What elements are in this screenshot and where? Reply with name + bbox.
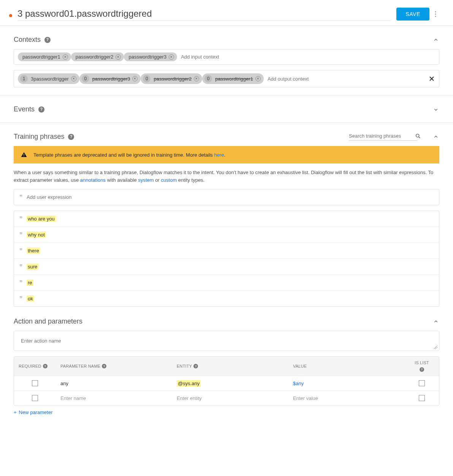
required-checkbox[interactable] (32, 380, 38, 386)
chip-lifespan[interactable]: 0 (143, 75, 150, 83)
training-phrase-row[interactable]: ❞who are you (14, 211, 439, 227)
training-description: When a user says something similar to a … (14, 167, 439, 189)
svg-point-1 (435, 13, 436, 14)
phrase-text[interactable]: sure (27, 263, 38, 270)
training-phrase-list: ❞who are you❞why not❞there❞sure❞re❞ok (14, 211, 439, 307)
context-chip[interactable]: 0passwordtrigger2✕ (141, 73, 202, 84)
add-user-expression-input[interactable] (27, 194, 434, 200)
param-name-cell[interactable]: Enter name (56, 391, 172, 405)
action-name-input[interactable] (15, 333, 438, 349)
quote-icon: ❞ (19, 263, 23, 270)
output-contexts-box[interactable]: 13passwordtrigger✕0passwordtrigger3✕0pas… (14, 70, 439, 87)
entity-cell[interactable]: Enter entity (172, 391, 288, 405)
add-output-context-input[interactable] (266, 75, 435, 83)
chip-lifespan[interactable]: 0 (204, 75, 212, 83)
annotations-link[interactable]: annotations (80, 177, 106, 183)
help-icon[interactable]: ? (193, 364, 198, 368)
search-input[interactable] (349, 133, 413, 139)
deprecation-warning: Template phrases are deprecated and will… (14, 146, 439, 163)
chip-label: 3passwordtrigger (31, 76, 69, 82)
training-phrase-row[interactable]: ❞sure (14, 259, 439, 274)
context-chip[interactable]: 0passwordtrigger3✕ (79, 73, 141, 84)
chevron-up-icon[interactable] (432, 133, 439, 140)
remove-chip-icon[interactable]: ✕ (194, 76, 199, 81)
col-required: REQUIRED (19, 364, 41, 368)
training-phrases-section: Training phrases ? Template phrases are … (0, 123, 453, 314)
entity-cell[interactable]: @sys.any (172, 376, 288, 390)
context-chip[interactable]: 0passwordtrigger1✕ (202, 73, 264, 84)
system-link[interactable]: system (138, 177, 154, 183)
input-contexts-box[interactable]: passwordtrigger1✕passwordtrigger2✕passwo… (14, 49, 439, 65)
resize-handle[interactable] (434, 345, 437, 349)
warning-icon (21, 151, 27, 158)
quote-icon: ❞ (19, 215, 23, 222)
col-value: VALUE (293, 364, 307, 368)
unsaved-indicator-dot (9, 14, 12, 17)
action-name-box[interactable] (14, 331, 439, 351)
intent-header: SAVE (0, 0, 453, 26)
context-chip[interactable]: 13passwordtrigger✕ (18, 73, 79, 84)
phrase-text[interactable]: re (27, 279, 33, 286)
remove-chip-icon[interactable]: ✕ (255, 76, 261, 81)
search-training-phrases[interactable] (349, 133, 417, 141)
quote-icon: ❞ (19, 247, 23, 254)
warning-link[interactable]: here (214, 152, 224, 158)
remove-chip-icon[interactable]: ✕ (71, 76, 76, 81)
custom-link[interactable]: custom (161, 177, 177, 183)
islist-checkbox[interactable] (419, 395, 425, 401)
phrase-text[interactable]: ok (27, 295, 34, 302)
chip-label: passwordtrigger2 (76, 54, 114, 60)
chip-lifespan[interactable]: 0 (82, 75, 89, 83)
svg-rect-5 (24, 156, 24, 157)
chip-label: passwordtrigger1 (22, 54, 60, 60)
remove-chip-icon[interactable]: ✕ (63, 54, 68, 60)
table-row[interactable]: Enter nameEnter entityEnter value (14, 390, 439, 405)
remove-chip-icon[interactable]: ✕ (132, 76, 138, 81)
chevron-down-icon[interactable] (432, 106, 439, 113)
help-icon[interactable]: ? (420, 367, 424, 372)
chevron-up-icon[interactable] (432, 36, 439, 43)
add-phrase-box[interactable]: ❞ (14, 189, 439, 205)
training-phrase-row[interactable]: ❞why not (14, 227, 439, 243)
training-title: Training phrases (14, 133, 64, 141)
chip-lifespan[interactable]: 1 (20, 75, 28, 83)
chip-label: passwordtrigger3 (92, 76, 130, 82)
chevron-up-icon[interactable] (432, 318, 439, 325)
clear-output-contexts-button[interactable] (429, 76, 434, 81)
quote-icon: ❞ (19, 231, 23, 238)
training-phrase-row[interactable]: ❞there (14, 243, 439, 259)
context-chip[interactable]: passwordtrigger1✕ (18, 52, 71, 61)
contexts-section: Contexts ? passwordtrigger1✕passwordtrig… (0, 26, 453, 95)
help-icon[interactable]: ? (102, 364, 106, 368)
value-cell[interactable]: Enter value (288, 391, 405, 405)
parameters-table: REQUIRED ? PARAMETER NAME ? ENTITY ? VAL… (14, 356, 439, 406)
more-menu-button[interactable] (435, 11, 444, 17)
intent-name-input[interactable] (17, 7, 391, 21)
training-phrase-row[interactable]: ❞re (14, 274, 439, 290)
context-chip[interactable]: passwordtrigger3✕ (124, 52, 177, 61)
help-icon[interactable]: ? (43, 364, 48, 368)
context-chip[interactable]: passwordtrigger2✕ (71, 52, 124, 61)
help-icon[interactable]: ? (68, 134, 74, 140)
save-button[interactable]: SAVE (396, 8, 429, 21)
help-icon[interactable]: ? (38, 106, 44, 113)
phrase-text[interactable]: there (27, 248, 40, 254)
help-icon[interactable]: ? (44, 37, 51, 43)
table-row[interactable]: any@sys.any$any (14, 376, 439, 390)
required-checkbox[interactable] (32, 395, 38, 401)
phrase-text[interactable]: why not (27, 232, 46, 238)
remove-chip-icon[interactable]: ✕ (116, 54, 121, 60)
add-input-context-input[interactable] (179, 52, 435, 61)
islist-checkbox[interactable] (419, 380, 425, 386)
new-parameter-button[interactable]: + New parameter (14, 406, 52, 419)
plus-icon: + (14, 409, 17, 415)
value-cell[interactable]: $any (288, 376, 405, 390)
svg-point-3 (416, 134, 419, 137)
warning-text: Template phrases are deprecated and will… (33, 152, 225, 158)
param-name-cell[interactable]: any (56, 376, 172, 390)
remove-chip-icon[interactable]: ✕ (169, 54, 174, 60)
chip-label: passwordtrigger1 (215, 76, 253, 82)
quote-icon: ❞ (19, 295, 23, 302)
training-phrase-row[interactable]: ❞ok (14, 290, 439, 306)
phrase-text[interactable]: who are you (27, 216, 56, 222)
